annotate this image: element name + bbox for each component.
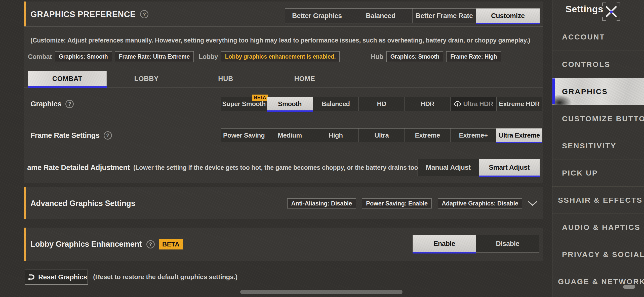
accent-bar <box>24 228 26 261</box>
option-power-saving[interactable]: Power Saving <box>221 129 267 142</box>
sidebar-item-sensitivity[interactable]: SENSITIVITY <box>552 132 644 159</box>
sidebar-item-graphics[interactable]: GRAPHICS <box>552 78 644 105</box>
advanced-title-row: Advanced Graphics Settings <box>30 187 135 219</box>
power-saving-badge: Power Saving: Enable <box>362 198 432 208</box>
option-hd[interactable]: HD <box>358 97 404 111</box>
preset-balanced[interactable]: Balanced <box>349 9 412 23</box>
help-icon[interactable]: ? <box>65 100 74 108</box>
lobby-enhancement-panel: Lobby Graphics Enhancement ? BETA Enable… <box>24 228 543 261</box>
help-icon[interactable]: ? <box>140 10 148 18</box>
reset-graphics-button[interactable]: Reset Graphics <box>25 270 88 285</box>
tab-hub[interactable]: HUB <box>206 71 246 87</box>
lobby-title-row: Lobby Graphics Enhancement ? BETA <box>30 228 183 261</box>
graphics-label-row: Graphics ? <box>30 97 74 111</box>
lobby-summary: Lobby Lobby graphics enhancement is enab… <box>199 51 340 62</box>
tab-home[interactable]: HOME <box>279 71 330 87</box>
graphics-label: Graphics <box>30 100 61 108</box>
sidebar-scroll-indicator[interactable] <box>623 285 635 289</box>
sidebar-item-controls[interactable]: CONTROLS <box>552 51 644 78</box>
graphics-settings-screen: { "colors": { "accent_yellow": "#eca73d"… <box>0 0 644 297</box>
option-smart-adjust[interactable]: Smart Adjust <box>479 159 540 176</box>
help-icon[interactable]: ? <box>146 240 155 248</box>
sidebar-item-pick-up[interactable]: PICK UP <box>552 159 644 186</box>
sidebar-item-account[interactable]: ACCOUNT <box>552 23 644 51</box>
sidebar-item-crosshair-effects[interactable]: SSHAIR & EFFECTS <box>552 186 644 214</box>
chevron-down-icon <box>527 200 538 206</box>
accent-bar <box>24 187 26 219</box>
hub-label: Hub <box>371 53 383 61</box>
graphics-options-group: Super Smooth BETA Smooth Balanced HD HDR… <box>221 97 542 111</box>
option-label: Ultra HDR <box>463 100 493 108</box>
preset-better-graphics[interactable]: Better Graphics <box>285 9 349 23</box>
section-title-row: GRAPHICS PREFERENCE ? <box>30 2 148 27</box>
accent-bar <box>24 2 26 26</box>
expand-advanced-button[interactable] <box>527 200 538 206</box>
section-header: GRAPHICS PREFERENCE ? Better Graphics Ba… <box>24 2 543 27</box>
combat-summary: Combat Graphics: Smooth Frame Rate: Ultr… <box>28 51 194 62</box>
scope-tabs: COMBAT LOBBY HUB HOME <box>24 70 543 88</box>
help-icon[interactable]: ? <box>104 131 112 140</box>
bracket-corner <box>617 17 620 21</box>
preset-segmented-control: Better Graphics Balanced Better Frame Ra… <box>285 8 540 23</box>
option-balanced[interactable]: Balanced <box>313 97 358 111</box>
option-disable[interactable]: Disable <box>476 235 539 252</box>
graphics-preference-panel: GRAPHICS PREFERENCE ? Better Graphics Ba… <box>24 2 543 183</box>
lobby-status-badge: Lobby graphics enhancement is enabled. <box>221 51 340 62</box>
lobby-enhancement-title: Lobby Graphics Enhancement <box>30 240 142 249</box>
combat-framerate-badge: Frame Rate: Ultra Extreme <box>115 51 194 62</box>
advanced-graphics-panel: Advanced Graphics Settings Anti-Aliasing… <box>24 187 543 219</box>
tab-lobby[interactable]: LOBBY <box>126 71 167 87</box>
adjust-mode-group: Manual Adjust Smart Adjust <box>418 159 540 176</box>
lobby-label: Lobby <box>199 53 218 61</box>
detail-hint: (Lower the setting if the device gets to… <box>133 164 444 171</box>
settings-sidebar: Settings ACCOUNT CONTROLS GRAPHICS CUSTO… <box>552 0 644 297</box>
frame-rate-label-row: Frame Rate Settings ? <box>30 128 112 142</box>
combat-graphics-badge: Graphics: Smooth <box>55 51 112 62</box>
lobby-toggle-group: Enable Disable <box>413 235 539 252</box>
option-extreme-plus[interactable]: Extreme+ <box>450 129 496 142</box>
hub-summary: Hub Graphics: Smooth Frame Rate: High <box>371 51 501 62</box>
preset-customize[interactable]: Customize <box>476 9 540 23</box>
bracket-corner <box>602 17 606 21</box>
option-ultra-hdr[interactable]: Ultra HDR <box>450 97 496 111</box>
hub-framerate-badge: Frame Rate: High <box>446 51 501 62</box>
bracket-corner <box>617 3 620 6</box>
cloud-download-icon <box>454 101 461 107</box>
frame-rate-label: Frame Rate Settings <box>30 131 100 140</box>
close-button[interactable] <box>602 3 620 21</box>
option-high[interactable]: High <box>313 129 358 142</box>
adaptive-graphics-badge: Adaptive Graphics: Disable <box>438 198 522 208</box>
settings-title: Settings <box>566 4 603 15</box>
customize-note: (Customize: Adjust preferences manually.… <box>30 37 530 44</box>
option-ultra[interactable]: Ultra <box>358 129 404 142</box>
reset-button-label: Reset Graphics <box>38 273 87 281</box>
help-glyph: ? <box>149 241 152 247</box>
help-glyph: ? <box>68 101 71 107</box>
tab-combat[interactable]: COMBAT <box>28 71 107 87</box>
option-ultra-extreme[interactable]: Ultra Extreme <box>496 129 542 142</box>
horizontal-scrollbar[interactable] <box>240 290 403 294</box>
frame-rate-row: Frame Rate Settings ? Power Saving Mediu… <box>24 128 543 142</box>
sidebar-item-customize-button[interactable]: CUSTOMIZE BUTTON <box>552 105 644 132</box>
option-manual-adjust[interactable]: Manual Adjust <box>418 159 479 176</box>
sidebar-item-language-network[interactable]: GUAGE & NETWORK <box>552 268 644 295</box>
option-super-smooth[interactable]: Super Smooth BETA <box>221 97 267 111</box>
hub-graphics-badge: Graphics: Smooth <box>386 51 444 62</box>
preset-better-frame-rate[interactable]: Better Frame Rate <box>412 9 476 23</box>
close-icon-dot <box>610 11 613 13</box>
option-extreme[interactable]: Extreme <box>405 129 450 142</box>
beta-badge: BETA <box>159 239 183 249</box>
option-hdr[interactable]: HDR <box>405 97 450 111</box>
advanced-title: Advanced Graphics Settings <box>30 199 135 208</box>
option-enable[interactable]: Enable <box>413 235 476 252</box>
sidebar-item-audio-haptics[interactable]: AUDIO & HAPTICS <box>552 214 644 241</box>
option-medium[interactable]: Medium <box>267 129 312 142</box>
graphics-quality-row: Graphics ? Super Smooth BETA Smooth Bala… <box>24 97 543 111</box>
help-glyph: ? <box>106 132 109 138</box>
page-title: GRAPHICS PREFERENCE <box>30 10 136 19</box>
option-extreme-hdr[interactable]: Extreme HDR <box>496 97 542 111</box>
option-smooth[interactable]: Smooth <box>267 97 312 111</box>
combat-label: Combat <box>28 53 52 61</box>
beta-badge: BETA <box>252 95 268 101</box>
sidebar-item-privacy-social[interactable]: PRIVACY & SOCIAL <box>552 241 644 268</box>
